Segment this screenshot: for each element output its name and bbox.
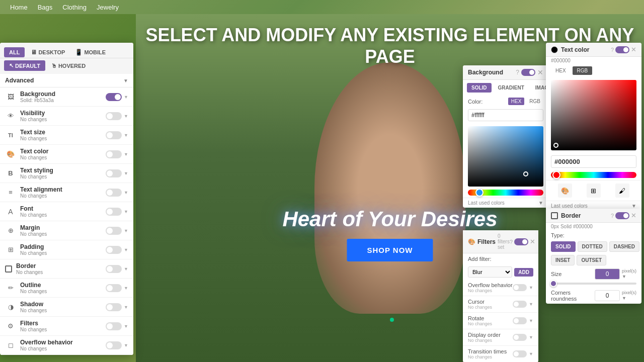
toggle-thumb-p [107,247,113,253]
hue-slider[interactable] [468,190,543,196]
filter-type-select[interactable]: Blur [468,266,512,278]
tc-gradient-picker[interactable] [551,80,636,150]
tab-mobile[interactable]: 📱 MOBILE [71,47,110,58]
overflow-behavior-toggle[interactable] [513,284,527,291]
property-visibility[interactable]: 👁 Visibility No changes ▼ [0,107,133,126]
bg-solid-tab[interactable]: SOLID [467,83,492,93]
tc-question-icon[interactable]: ? [611,47,614,53]
property-background[interactable]: 🖼 Background Solid: #b53a3a ▼ [0,87,133,107]
transition-times-row[interactable]: Transition times No changes ▼ [463,346,538,362]
border-toggle-btn[interactable] [615,212,629,219]
filters-toggle-btn[interactable] [514,238,528,245]
corners-unit-select[interactable]: pixel(s) ▼ [622,290,636,301]
add-filter-button[interactable]: ADD [514,268,533,277]
tab-desktop[interactable]: 🖥 DESKTOP [27,47,69,58]
background-toggle[interactable] [106,93,122,101]
outline-toggle[interactable] [106,284,122,292]
nav-clothing[interactable]: Clothing [62,4,87,11]
shadow-info: Shadow No changes [20,301,102,313]
toggle-thumb-b [107,266,113,272]
question-icon[interactable]: ? [516,69,519,76]
nav-home[interactable]: Home [10,4,28,11]
hue-slider-thumb [475,189,484,197]
nav-bags[interactable]: Bags [38,4,53,11]
text-alignment-toggle[interactable] [106,189,122,197]
filters-close-icon[interactable]: ✕ [530,238,535,245]
rgb-tab[interactable]: RGB [526,98,543,105]
property-text-color[interactable]: 🎨 Text color No changes ▼ [0,145,133,164]
tc-grid-icon-btn[interactable]: ⊞ [587,184,601,198]
tc-hue-slider[interactable] [551,172,636,178]
property-shadow[interactable]: ◑ Shadow No changes ▼ [0,298,133,317]
tc-palette-icon-btn[interactable]: 🎨 [558,184,572,198]
hex-tab[interactable]: HEX [508,98,525,105]
tc-hex-input[interactable] [551,155,636,168]
property-margin[interactable]: ⊕ Margin No changes ▼ [0,221,133,240]
filters-toggle[interactable] [106,322,122,330]
state-hovered-tab[interactable]: 🖱 HOVERED [47,61,90,71]
property-padding[interactable]: ⊞ Padding No changes ▼ [0,240,133,259]
color-gradient-picker[interactable] [468,126,543,187]
overflow-toggle[interactable] [106,341,122,349]
text-color-toggle[interactable] [106,150,122,158]
outline-info: Outline No changes [20,282,102,294]
display-order-row[interactable]: Display order No changes ▼ [463,329,538,346]
border-unit-select[interactable]: pixel(s) ▼ [622,268,636,280]
tc-toggle[interactable] [615,46,629,53]
visibility-toggle[interactable] [106,112,122,120]
tc-brush-icon-btn[interactable]: 🖌 [615,184,629,198]
shadow-toggle[interactable] [106,303,122,311]
border-question-icon[interactable]: ? [611,213,614,219]
corners-input[interactable] [595,290,620,301]
overflow-behavior-row[interactable]: Overflow behavior No changes ▼ [463,280,538,296]
shop-now-button[interactable]: SHOP NOW [347,239,433,261]
tc-hex-tab[interactable]: HEX [551,66,571,75]
rotate-toggle[interactable] [513,317,527,324]
text-alignment-info: Text alignment No changes [20,186,102,199]
transition-times-toggle-thumb [514,351,519,356]
font-toggle[interactable] [106,208,122,216]
property-overflow[interactable]: ◻ Overflow behavior No changes ▼ [0,336,133,355]
border-inset-btn[interactable]: INSET [551,255,575,265]
nav-jewelry[interactable]: Jewelry [97,4,119,11]
border-close-icon[interactable]: ✕ [631,212,636,219]
rotate-row[interactable]: Rotate No changes ▼ [463,313,538,329]
transition-times-toggle[interactable] [513,350,527,357]
property-text-styling[interactable]: B Text styling No changes ▼ [0,164,133,183]
tab-all[interactable]: ALL [4,47,25,57]
property-filters[interactable]: ⚙ Filters No changes ▼ [0,317,133,336]
rotate-toggle-group: ▼ [513,317,533,324]
text-size-toggle[interactable] [106,131,122,139]
property-text-size[interactable]: TI Text size No changes ▼ [0,126,133,145]
border-dashed-btn[interactable]: DASHED [609,241,639,252]
border-toggle[interactable] [106,265,122,273]
tc-rgb-tab[interactable]: RGB [573,66,593,75]
last-used-colors-row[interactable]: Last used colors ▼ [463,198,548,208]
property-outline[interactable]: ✏ Outline No changes ▼ [0,279,133,298]
property-text-alignment[interactable]: ≡ Text alignment No changes ▼ [0,183,133,202]
state-default-tab[interactable]: ↖ DEFAULT [4,60,45,71]
close-icon[interactable]: ✕ [537,68,543,76]
property-border[interactable]: Border No changes ▼ [0,259,133,279]
bg-gradient-tab[interactable]: GRADIENT [494,83,529,93]
transition-times-sub: No changes [468,354,507,359]
border-solid-btn[interactable]: SOLID [551,241,576,252]
padding-toggle[interactable] [106,246,122,254]
border-size-slider[interactable] [551,283,636,285]
cursor-toggle[interactable] [513,301,527,308]
border-size-input[interactable] [595,268,620,280]
display-order-toggle[interactable] [513,334,527,341]
filters-question-icon[interactable]: ? [510,239,513,245]
tc-close-icon[interactable]: ✕ [631,46,636,53]
color-panel-toggle[interactable] [521,69,535,76]
advanced-section[interactable]: Advanced ▼ [0,74,133,87]
text-styling-toggle[interactable] [106,169,122,177]
cursor-row[interactable]: Cursor No changes ▼ [463,296,538,313]
property-font[interactable]: A Font No changes ▼ [0,202,133,221]
state-hovered-label: HOVERED [58,63,86,69]
border-outset-btn[interactable]: OUTSET [577,255,606,265]
hex-color-input[interactable] [468,109,543,121]
border-dotted-btn[interactable]: DOTTED [578,241,607,252]
margin-toggle[interactable] [106,227,122,235]
border-prop-icon [5,265,12,273]
